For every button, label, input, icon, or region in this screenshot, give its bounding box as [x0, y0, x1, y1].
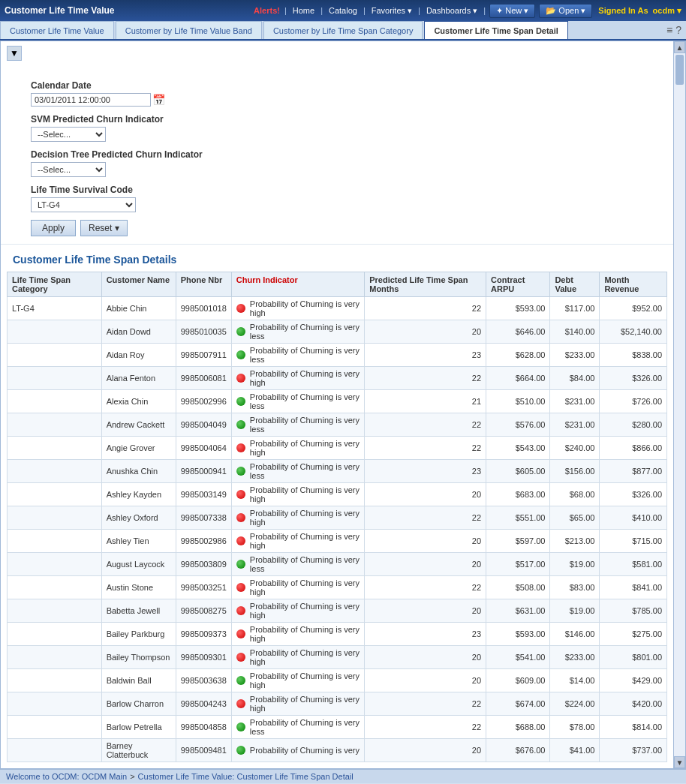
vertical-scrollbar[interactable]: ▲ ▼: [673, 41, 685, 768]
cell-churn: Probability of Churning is very high: [231, 506, 364, 530]
tab-lifetime-span-category[interactable]: Customer by Life Time Span Category: [263, 21, 423, 39]
red-dot-icon: [236, 653, 245, 662]
churn-text: Probability of Churning is very high: [250, 602, 360, 620]
cell-category: [8, 483, 102, 506]
cell-category: [8, 576, 102, 599]
cell-revenue: $326.00: [600, 483, 667, 506]
catalog-link[interactable]: Catalog: [324, 5, 362, 17]
cell-category: [8, 437, 102, 460]
churn-text: Probability of Churning is very less: [250, 462, 360, 480]
open-button[interactable]: 📂 Open ▾: [539, 4, 592, 18]
scroll-up-button[interactable]: ▲: [674, 41, 685, 53]
cell-category: LT-G4: [8, 297, 102, 320]
tab-lifetime-span-detail[interactable]: Customer Life Time Span Detail: [424, 21, 567, 39]
reset-button[interactable]: Reset ▾: [80, 220, 128, 236]
lifetime-survival-select[interactable]: LT-G4: [31, 197, 136, 212]
cell-category: [8, 716, 102, 739]
cell-revenue: $952.00: [600, 297, 667, 320]
table-row: Alexia Chin 9985002996 Probability of Ch…: [8, 390, 667, 413]
dashboards-link[interactable]: Dashboards ▾: [422, 5, 482, 17]
cell-phone: 9985010035: [176, 320, 231, 344]
nav-links: Alerts! | Home | Catalog | Favorites ▾ |…: [251, 4, 681, 18]
cell-arpu: $576.00: [486, 413, 550, 437]
cell-months: 20: [365, 739, 486, 762]
churn-text: Probability of Churning is very less: [250, 555, 360, 573]
tab-customer-lifetime-value[interactable]: Customer Life Time Value: [0, 21, 114, 39]
section-title: Customer Life Time Span Details: [1, 245, 673, 272]
scroll-thumb[interactable]: [675, 55, 684, 85]
table-row: Bailey Parkburg 9985009373 Probability o…: [8, 623, 667, 646]
table-row: Anushka Chin 9985000941 Probability of C…: [8, 460, 667, 483]
table-row: Baldwin Ball 9985003638 Probability of C…: [8, 669, 667, 692]
decision-tree-select[interactable]: --Selec...: [31, 162, 106, 177]
view-options-icon[interactable]: ≡: [666, 24, 672, 36]
cell-arpu: $551.00: [486, 506, 550, 530]
red-dot-icon: [236, 443, 245, 452]
table-row: Angie Grover 9985004064 Probability of C…: [8, 437, 667, 460]
cell-name: Ashley Oxford: [101, 506, 176, 530]
status-welcome-link[interactable]: Welcome to OCDM: OCDM Main: [6, 772, 127, 781]
cell-name: Baldwin Ball: [101, 669, 176, 692]
cell-arpu: $646.00: [486, 320, 550, 344]
churn-text: Probability of Churning is very less: [250, 392, 360, 410]
cell-name: Angie Grover: [101, 437, 176, 460]
alerts-icon[interactable]: Alerts!: [251, 6, 283, 15]
favorites-link[interactable]: Favorites ▾: [367, 5, 417, 17]
cell-category: [8, 460, 102, 483]
col-header-months: Predicted Life Time Span Months: [365, 272, 486, 297]
cell-name: Barlow Petrella: [101, 716, 176, 739]
churn-text: Probability of Churning is very high: [250, 625, 360, 643]
green-dot-icon: [236, 746, 245, 755]
cell-arpu: $605.00: [486, 460, 550, 483]
churn-text: Probability of Churning is very high: [250, 695, 360, 713]
col-header-category: Life Time Span Category: [8, 272, 102, 297]
cell-months: 20: [365, 646, 486, 669]
data-table: Life Time Span Category Customer Name Ph…: [7, 272, 667, 762]
cell-revenue: $429.00: [600, 669, 667, 692]
cell-months: 22: [365, 413, 486, 437]
calendar-date-input[interactable]: [31, 93, 151, 107]
status-breadcrumb-link[interactable]: Customer Life Time Value: Customer Life …: [138, 772, 354, 781]
cell-revenue: $814.00: [600, 716, 667, 739]
help-icon[interactable]: ?: [675, 24, 681, 36]
cell-name: Aidan Roy: [101, 344, 176, 367]
scroll-down-button[interactable]: ▼: [674, 756, 685, 768]
apply-button[interactable]: Apply: [31, 220, 76, 236]
new-button[interactable]: ✦ New ▾: [489, 4, 535, 18]
cell-months: 21: [365, 390, 486, 413]
red-dot-icon: [236, 606, 245, 615]
cell-category: [8, 553, 102, 576]
cell-name: August Laycock: [101, 553, 176, 576]
churn-text: Probability of Churning is very high: [250, 671, 360, 689]
cell-phone: 9985003149: [176, 483, 231, 506]
username[interactable]: ocdm ▾: [653, 6, 681, 15]
cell-name: Aidan Dowd: [101, 320, 176, 344]
svm-select[interactable]: --Selec...: [31, 127, 106, 142]
toggle-filter-button[interactable]: ▼: [7, 46, 22, 61]
churn-text: Probability of Churning is very less: [250, 718, 360, 736]
cell-months: 20: [365, 553, 486, 576]
cell-churn: Probability of Churning is very high: [231, 646, 364, 669]
cell-months: 20: [365, 599, 486, 623]
calendar-icon[interactable]: 📅: [152, 94, 165, 106]
status-bar: Welcome to OCDM: OCDM Main > Customer Li…: [0, 769, 686, 783]
churn-text: Probability of Churning is very less: [250, 323, 360, 341]
cell-revenue: $581.00: [600, 553, 667, 576]
cell-phone: 9985007338: [176, 506, 231, 530]
cell-churn: Probability of Churning is very less: [231, 553, 364, 576]
cell-churn: Probability of Churning is very high: [231, 623, 364, 646]
cell-months: 23: [365, 460, 486, 483]
cell-churn: Probability of Churning is very high: [231, 530, 364, 553]
cell-revenue: $410.00: [600, 506, 667, 530]
col-header-revenue: Month Revenue: [600, 272, 667, 297]
cell-phone: 9985003251: [176, 576, 231, 599]
churn-text: Probability of Churning is very high: [250, 648, 360, 666]
table-row: Alana Fenton 9985006081 Probability of C…: [8, 367, 667, 390]
cell-debt: $213.00: [550, 530, 600, 553]
cell-phone: 9985004858: [176, 716, 231, 739]
home-link[interactable]: Home: [288, 5, 319, 17]
main-area: ▼ Calendar Date 📅 SVM Predicted Churn In…: [0, 41, 686, 769]
cell-churn: Probability of Churning is very less: [231, 320, 364, 344]
tab-lifetime-value-band[interactable]: Customer by Life Time Value Band: [116, 21, 262, 39]
col-header-arpu: Contract ARPU: [486, 272, 550, 297]
